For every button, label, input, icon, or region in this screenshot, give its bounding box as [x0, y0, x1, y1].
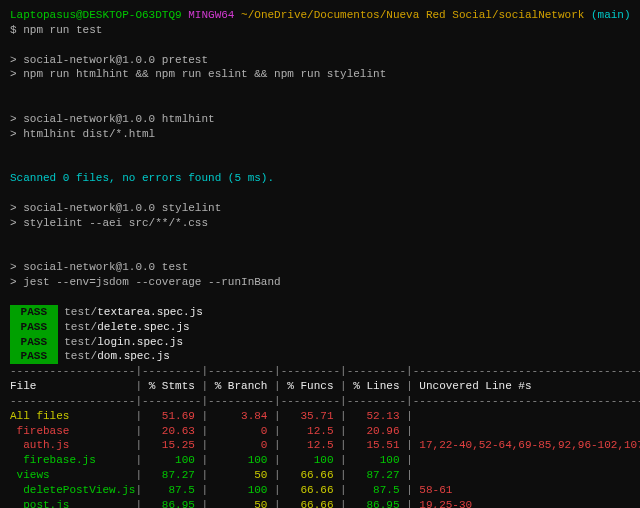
test-result-line: PASS test/textarea.spec.js: [10, 305, 630, 320]
htmlhint-cmd: > htmlhint dist/*.html: [10, 127, 630, 142]
test-header: > social-network@1.0.0 test: [10, 260, 630, 275]
cell-funcs: 66.66: [281, 484, 340, 496]
table-row: post.js | 86.95 | 50 | 66.66 | 86.95 | 1…: [10, 498, 630, 508]
command: npm run test: [23, 24, 102, 36]
cell-file: All files: [10, 410, 135, 422]
col-branch: % Branch: [208, 380, 274, 392]
pass-badge: PASS: [10, 305, 58, 320]
table-row: views | 87.27 | 50 | 66.66 | 87.27 |: [10, 468, 630, 483]
test-dir: test/: [64, 350, 97, 362]
prompt-env: MINGW64: [188, 9, 234, 21]
table-row: firebase.js | 100 | 100 | 100 | 100 |: [10, 453, 630, 468]
prompt-path: ~/OneDrive/Documentos/Nueva Red Social/s…: [241, 9, 584, 21]
prompt-branch: (main): [591, 9, 631, 21]
cell-stmts: 86.95: [142, 499, 201, 508]
cell-file: views: [10, 469, 135, 481]
cell-funcs: 12.5: [281, 425, 340, 437]
cell-uncov: 17,22-40,52-64,69-85,92,96-102,107-112: [413, 439, 640, 451]
pretest-cmd: > npm run htmlhint && npm run eslint && …: [10, 67, 630, 82]
pass-badge: PASS: [10, 349, 58, 364]
cell-branch: 0: [208, 425, 274, 437]
cell-stmts: 51.69: [142, 410, 201, 422]
cell-file: firebase.js: [10, 454, 135, 466]
cell-stmts: 15.25: [142, 439, 201, 451]
test-file: textarea.spec.js: [97, 306, 203, 318]
test-result-line: PASS test/delete.spec.js: [10, 320, 630, 335]
cell-uncov: 19,25-30: [413, 499, 472, 508]
pass-badge: PASS: [10, 335, 58, 350]
cell-branch: 50: [208, 499, 274, 508]
stylelint-cmd: > stylelint --aei src/**/*.css: [10, 216, 630, 231]
table-row: All files | 51.69 | 3.84 | 35.71 | 52.13…: [10, 409, 630, 424]
cell-lines: 15.51: [347, 439, 406, 451]
cell-lines: 20.96: [347, 425, 406, 437]
cell-lines: 86.95: [347, 499, 406, 508]
scan-result-line: Scanned 0 files, no errors found (5 ms).: [10, 171, 630, 186]
terminal-output: Laptopasus@DESKTOP-O63DTQ9 MINGW64 ~/One…: [10, 8, 630, 508]
cell-lines: 87.27: [347, 469, 406, 481]
table-row: auth.js | 15.25 | 0 | 12.5 | 15.51 | 17,…: [10, 438, 630, 453]
cell-uncov: [413, 454, 420, 466]
cell-uncov: [413, 425, 420, 437]
test-dir: test/: [64, 336, 97, 348]
table-rule: -------------------|---------|----------…: [10, 394, 630, 409]
cell-funcs: 35.71: [281, 410, 340, 422]
cell-file: post.js: [10, 499, 135, 508]
table-row: deletePostView.js| 87.5 | 100 | 66.66 | …: [10, 483, 630, 498]
table-header: File | % Stmts | % Branch | % Funcs | % …: [10, 379, 630, 394]
prompt-line: Laptopasus@DESKTOP-O63DTQ9 MINGW64 ~/One…: [10, 8, 630, 23]
table-rule: -------------------|---------|----------…: [10, 364, 630, 379]
col-file: File: [10, 380, 135, 392]
cell-lines: 87.5: [347, 484, 406, 496]
cell-stmts: 20.63: [142, 425, 201, 437]
col-lines: % Lines: [347, 380, 406, 392]
cell-file: auth.js: [10, 439, 135, 451]
col-funcs: % Funcs: [281, 380, 340, 392]
command-line: $ npm run test: [10, 23, 630, 38]
test-file: delete.spec.js: [97, 321, 189, 333]
cell-funcs: 66.66: [281, 469, 340, 481]
cell-branch: 0: [208, 439, 274, 451]
cell-funcs: 100: [281, 454, 340, 466]
cell-branch: 3.84: [208, 410, 274, 422]
cell-stmts: 87.27: [142, 469, 201, 481]
cell-branch: 100: [208, 454, 274, 466]
cell-file: deletePostView.js: [10, 484, 135, 496]
cell-branch: 100: [208, 484, 274, 496]
pass-badge: PASS: [10, 320, 58, 335]
cell-stmts: 87.5: [142, 484, 201, 496]
cell-lines: 52.13: [347, 410, 406, 422]
col-stmts: % Stmts: [142, 380, 201, 392]
cell-file: firebase: [10, 425, 135, 437]
cell-uncov: 58-61: [413, 484, 453, 496]
test-result-line: PASS test/dom.spec.js: [10, 349, 630, 364]
test-dir: test/: [64, 306, 97, 318]
cell-uncov: [413, 469, 420, 481]
cell-funcs: 66.66: [281, 499, 340, 508]
cell-lines: 100: [347, 454, 406, 466]
test-dir: test/: [64, 321, 97, 333]
test-cmd: > jest --env=jsdom --coverage --runInBan…: [10, 275, 630, 290]
cell-uncov: [413, 410, 420, 422]
prompt-user: Laptopasus@DESKTOP-O63DTQ9: [10, 9, 182, 21]
scan-result: Scanned 0 files, no errors found (5 ms).: [10, 172, 274, 184]
cell-funcs: 12.5: [281, 439, 340, 451]
col-uncov: Uncovered Line #s: [413, 380, 532, 392]
cell-stmts: 100: [142, 454, 201, 466]
table-row: firebase | 20.63 | 0 | 12.5 | 20.96 |: [10, 424, 630, 439]
htmlhint-header: > social-network@1.0.0 htmlhint: [10, 112, 630, 127]
pretest-header: > social-network@1.0.0 pretest: [10, 53, 630, 68]
test-file: login.spec.js: [97, 336, 183, 348]
stylelint-header: > social-network@1.0.0 stylelint: [10, 201, 630, 216]
test-file: dom.spec.js: [97, 350, 170, 362]
test-result-line: PASS test/login.spec.js: [10, 335, 630, 350]
cell-branch: 50: [208, 469, 274, 481]
